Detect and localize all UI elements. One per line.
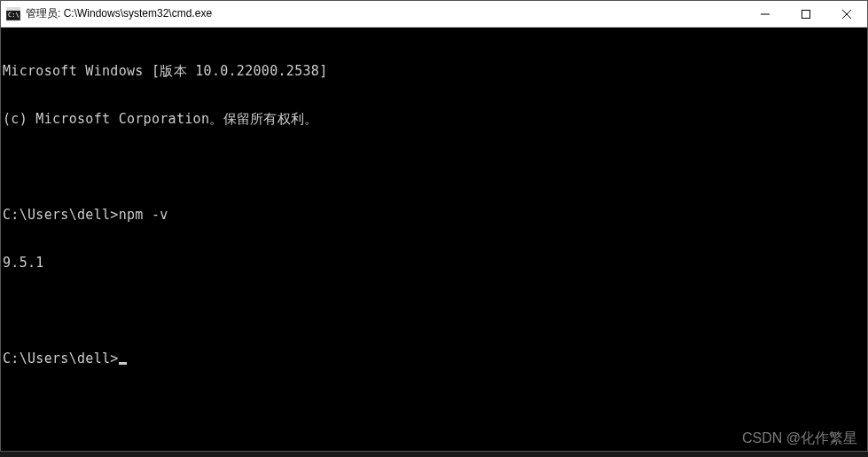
svg-rect-1: [6, 8, 20, 11]
svg-rect-4: [802, 10, 810, 18]
blank-line: [3, 159, 865, 175]
minimize-icon: [761, 10, 770, 19]
prompt-path: C:\Users\dell>: [3, 351, 119, 366]
minimize-button[interactable]: [745, 1, 786, 27]
window-controls: [745, 1, 867, 27]
prompt-path: C:\Users\dell>: [3, 207, 119, 223]
blank-line: [3, 303, 865, 319]
cmd-icon: C:\: [6, 7, 20, 21]
maximize-button[interactable]: [786, 1, 826, 27]
current-prompt-line: C:\Users\dell>: [3, 351, 865, 366]
output-line: 9.5.1: [3, 255, 865, 271]
maximize-icon: [802, 10, 810, 19]
titlebar[interactable]: C:\ 管理员: C:\Windows\system32\cmd.exe: [1, 1, 867, 28]
command-line-1: C:\Users\dell>npm -v: [3, 207, 865, 223]
copyright-line: (c) Microsoft Corporation。保留所有权利。: [3, 111, 865, 127]
cmd-window: C:\ 管理员: C:\Windows\system32\cmd.exe: [0, 0, 868, 452]
version-line: Microsoft Windows [版本 10.0.22000.2538]: [3, 63, 865, 79]
cursor-icon: [119, 362, 127, 365]
close-button[interactable]: [826, 1, 867, 27]
svg-text:C:\: C:\: [8, 12, 20, 19]
terminal-area[interactable]: Microsoft Windows [版本 10.0.22000.2538] (…: [1, 28, 867, 451]
close-icon: [842, 10, 851, 19]
window-title: 管理员: C:\Windows\system32\cmd.exe: [26, 6, 745, 21]
command-text: npm -v: [119, 207, 168, 223]
